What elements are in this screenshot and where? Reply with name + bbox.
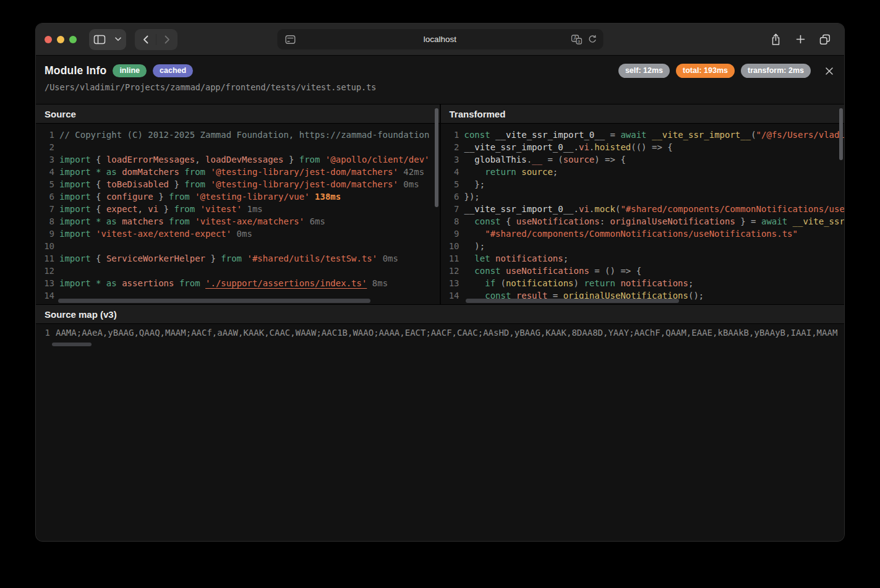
line-number: 5: [36, 178, 59, 190]
line-number: 4: [36, 166, 59, 178]
code-line: 5import { toBeDisabled } from '@testing-…: [36, 178, 440, 190]
traffic-minimize-button[interactable]: [57, 36, 64, 43]
code-line: 4import * as domMatchers from '@testing-…: [36, 166, 440, 178]
svg-text:a: a: [578, 39, 580, 44]
page-title: Module Info: [45, 64, 106, 77]
forward-icon: [164, 35, 170, 44]
code-line: 7import { expect, vi } from 'vitest' 1ms: [36, 203, 440, 215]
tab-overview-icon: [819, 34, 831, 45]
url-text: localhost: [424, 35, 456, 44]
line-number: 1: [441, 129, 464, 141]
line-number: 12: [441, 265, 464, 277]
new-tab-button[interactable]: [790, 29, 811, 50]
code-line: 12 const useNotifications = () => {: [441, 265, 845, 277]
line-number: 15: [36, 302, 59, 304]
code-line: 9import 'vitest-axe/extend-expect' 0ms: [36, 228, 440, 240]
line-number: 6: [36, 190, 59, 203]
self-time-badge: self: 12ms: [618, 64, 670, 78]
close-button[interactable]: [823, 65, 835, 77]
line-number: 2: [441, 141, 464, 153]
close-icon: [824, 66, 834, 76]
source-horizontal-scrollbar[interactable]: [58, 299, 370, 303]
sourcemap-title: Source map (v3): [36, 304, 844, 324]
code-line: 11 let notifications;: [441, 252, 845, 265]
code-line: 8import * as matchers from 'vitest-axe/m…: [36, 215, 440, 228]
sourcemap-line-number: 1: [36, 328, 56, 338]
reload-icon[interactable]: [587, 35, 597, 44]
source-panel-title: Source: [36, 104, 440, 124]
code-line: 6});: [441, 190, 845, 203]
back-button[interactable]: [135, 29, 156, 50]
line-number: 7: [36, 203, 59, 215]
chevron-down-icon: [115, 37, 121, 41]
transformed-panel: Transformed 1const __vite_ssr_import_0__…: [440, 104, 845, 304]
new-tab-icon: [796, 35, 805, 44]
code-line: 11import { ServiceWorkerHelper } from '#…: [36, 252, 440, 265]
page-icon[interactable]: [284, 35, 296, 45]
line-number: 9: [36, 228, 59, 240]
code-line: 7__vite_ssr_import_0__.vi.mock("#shared/…: [441, 203, 845, 215]
sidebar-toggle-button[interactable]: [89, 29, 110, 50]
line-number: 8: [36, 215, 59, 228]
code-line: 10: [36, 240, 440, 252]
sidebar-button-group: [89, 29, 126, 50]
line-number: 4: [441, 166, 464, 178]
code-panes: Source 1// Copyright (C) 2012-2025 Zamma…: [36, 104, 844, 304]
line-number: 3: [36, 153, 59, 166]
traffic-close-button[interactable]: [45, 36, 52, 43]
sourcemap-horizontal-scrollbar[interactable]: [52, 343, 92, 346]
code-line: 8 const { useNotifications: originalUseN…: [441, 215, 845, 228]
code-line: 12: [36, 265, 440, 277]
line-number: 1: [36, 129, 59, 141]
toolbar-right-actions: [765, 29, 835, 50]
inline-badge: inline: [113, 64, 147, 77]
line-number: 11: [441, 252, 464, 265]
code-line: 13import * as assertions from './support…: [36, 277, 440, 289]
line-number: 6: [441, 190, 464, 203]
tab-overview-button[interactable]: [814, 29, 835, 50]
line-number: 12: [36, 265, 59, 277]
code-line: 13 if (notifications) return notificatio…: [441, 277, 845, 289]
browser-window: localhost A a: [36, 23, 844, 541]
share-icon: [771, 33, 781, 46]
code-line: 1// Copyright (C) 2012-2025 Zammad Found…: [36, 129, 440, 141]
line-number: 15: [441, 302, 464, 304]
address-bar[interactable]: localhost A a: [277, 29, 603, 49]
back-icon: [143, 35, 148, 44]
code-line: 3 globalThis.__ = (source) => {: [441, 153, 845, 166]
code-line: 10 );: [441, 240, 845, 252]
code-line: 4 return source;: [441, 166, 845, 178]
line-number: 2: [36, 141, 59, 153]
code-line: 6import { configure } from '@testing-lib…: [36, 190, 440, 203]
source-code-view[interactable]: 1// Copyright (C) 2012-2025 Zammad Found…: [36, 124, 440, 304]
window-controls: [45, 36, 77, 43]
translate-icon[interactable]: A a: [571, 35, 582, 45]
total-time-badge: total: 193ms: [676, 64, 735, 78]
line-number: 5: [441, 178, 464, 190]
sourcemap-line: 1 AAMA;AAeA,yBAAG,QAAQ,MAAM;AACf,aAAW,KA…: [36, 324, 844, 341]
sourcemap-mappings: AAMA;AAeA,yBAAG,QAAQ,MAAM;AACf,aAAW,KAAK…: [56, 328, 837, 338]
transformed-code-view[interactable]: 1const __vite_ssr_import_0__ = await __v…: [441, 124, 845, 304]
share-button[interactable]: [765, 29, 786, 50]
line-number: 7: [441, 203, 464, 215]
nav-button-group: [135, 29, 177, 50]
module-info-header: Module Info inline cached self: 12ms tot…: [36, 56, 844, 104]
sidebar-icon: [93, 34, 106, 45]
code-line: 1const __vite_ssr_import_0__ = await __v…: [441, 129, 845, 141]
sidebar-menu-button[interactable]: [110, 29, 126, 50]
code-line: 3import { loadErrorMessages, loadDevMess…: [36, 153, 440, 166]
line-number: 13: [441, 277, 464, 289]
code-line: 5 };: [441, 178, 845, 190]
sourcemap-footer: [36, 341, 844, 541]
line-number: 14: [441, 289, 464, 302]
line-number: 9: [441, 228, 464, 240]
line-number: 3: [441, 153, 464, 166]
transformed-horizontal-scrollbar[interactable]: [466, 299, 679, 303]
source-vertical-scrollbar[interactable]: [435, 108, 438, 207]
line-number: 11: [36, 252, 59, 265]
line-number: 10: [36, 240, 59, 252]
forward-button[interactable]: [156, 29, 177, 50]
line-number: 8: [441, 215, 464, 228]
traffic-zoom-button[interactable]: [69, 36, 77, 43]
transformed-vertical-scrollbar[interactable]: [839, 108, 843, 160]
